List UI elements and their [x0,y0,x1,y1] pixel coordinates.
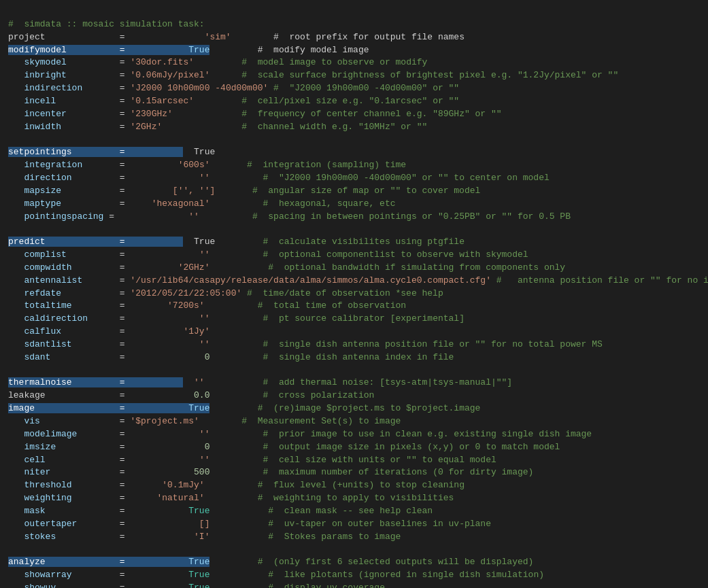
param-sdantlist: sdantlist = '' # single dish antenna pos… [8,339,603,349]
param-imsize: imsize = 0 # output image size in pixels… [8,442,560,452]
comment-header: # simdata :: mosaic simulation task: [8,19,205,29]
param-totaltime: totaltime = '7200s' # total time of obse… [8,300,406,311]
param-mask: mask = True # clean mask -- see help cle… [8,506,433,516]
param-showuv: showuv = True # display uv coverage [8,583,385,588]
code-content: # simdata :: mosaic simulation task: pro… [8,5,700,588]
param-compwidth: compwidth = '2GHz' # optional bandwidth … [8,262,565,273]
param-setpointings: setpointings = True [8,147,263,157]
param-showarray: showarray = True # like plotants (ignore… [8,570,544,580]
param-project: project = 'sim' # root prefix for output… [8,32,465,42]
param-niter: niter = 500 # maximum number of iteratio… [8,467,533,477]
param-incell: incell = '0.15arcsec' # cell/pixel size … [8,96,459,106]
param-maptype: maptype = 'hexagonal' # hexagonal, squar… [8,198,396,209]
param-indirection: indirection = 'J2000 10h00m00 -40d00m00'… [8,83,459,93]
param-direction: direction = '' # "J2000 19h00m00 -40d00m… [8,173,550,183]
param-mapsize: mapsize = ['', ''] # angular size of map… [8,186,480,196]
param-weighting: weighting = 'natural' # weighting to app… [8,493,454,503]
param-vis: vis = '$project.ms' # Measurement Set(s)… [8,416,401,426]
param-image: image = True # (re)image $project.ms to … [8,403,480,413]
param-stokes: stokes = 'I' # Stokes params to image [8,532,401,542]
param-modifymodel: modifymodel = True # modify model image [8,45,369,55]
param-thermalnoise: thermalnoise = '' # add thermal noise: [… [8,377,512,387]
param-analyze: analyze = True # (only first 6 selected … [8,557,533,567]
param-caldirection: caldirection = '' # pt source calibrator… [8,313,465,324]
param-incenter: incenter = '230GHz' # frequency of cente… [8,109,502,119]
param-leakage: leakage = 0.0 # cross polarization [8,390,374,400]
param-calflux: calflux = '1Jy' [8,326,263,336]
param-threshold: threshold = '0.1mJy' # flux level (+unit… [8,480,465,490]
param-complist: complist = '' # optional componentlist t… [8,249,528,260]
param-outertaper: outertaper = [] # uv-taper on outer base… [8,519,491,529]
param-cell: cell = '' # cell size with units or "" t… [8,455,496,465]
param-skymodel: skymodel = '30dor.fits' # model image to… [8,57,427,67]
param-modelimage: modelimage = '' # prior image to use in … [8,429,592,439]
param-inbright: inbright = '0.06mJy/pixel' # scale surfa… [8,70,618,80]
param-integration: integration = '600s' # integration (samp… [8,160,406,170]
param-inwidth: inwidth = '2GHz' # channel width e.g. "1… [8,122,427,132]
param-antennalist: antennalist = '/usr/lib64/casapy/release… [8,275,708,286]
param-pointingspacing: pointingspacing = '' # spacing in betwee… [8,211,571,222]
param-predict: predict = True # calculate visibilites u… [8,237,465,247]
param-sdant: sdant = 0 # single dish antenna index in… [8,352,454,362]
param-refdate: refdate = '2012/05/21/22:05:00' # time/d… [8,288,443,298]
